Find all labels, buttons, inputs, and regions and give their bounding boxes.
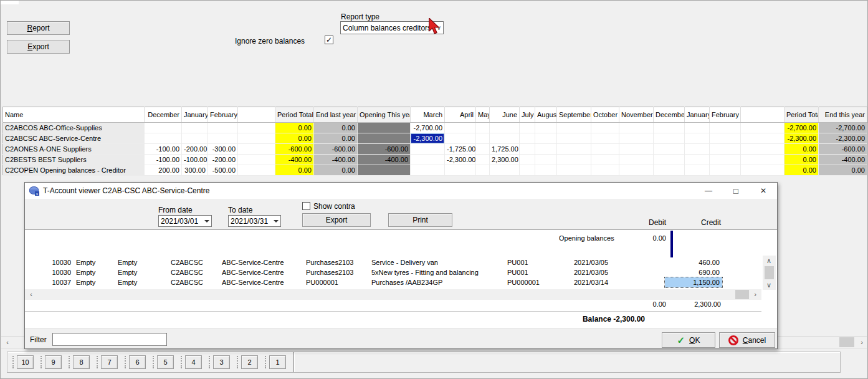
value-cell[interactable] [710, 133, 741, 144]
end-last-year-cell[interactable]: 0.00 [314, 165, 358, 176]
credit-cell[interactable]: 460.00 [665, 257, 722, 267]
pager-button-4[interactable]: 4 [185, 355, 202, 369]
value-cell[interactable] [490, 165, 520, 176]
account-name-cell[interactable]: C2AONES A-ONE Suppliers [3, 144, 145, 155]
scroll-right-icon[interactable]: › [750, 289, 760, 299]
value-cell[interactable] [238, 123, 275, 133]
value-cell[interactable] [654, 144, 685, 155]
opening-this-year-cell[interactable] [358, 165, 411, 176]
value-cell[interactable] [619, 133, 654, 144]
account-name-cell[interactable]: C2COPEN Opening balances - Creditor [3, 165, 145, 176]
period-total-cell[interactable]: -600.00 [275, 144, 314, 155]
cell[interactable]: C2ABCSC [168, 257, 219, 267]
dialog-horizontal-scrollbar[interactable]: ‹ › [25, 289, 761, 300]
value-cell[interactable]: -100.00 [182, 155, 208, 165]
drag-grip-icon[interactable] [12, 356, 14, 368]
end-last-year-cell[interactable]: 0.00 [314, 133, 358, 144]
value-cell[interactable] [182, 123, 208, 133]
drag-grip-icon[interactable] [41, 356, 42, 368]
drag-grip-icon[interactable] [69, 356, 70, 368]
cell[interactable]: Purchases2103 [303, 267, 369, 277]
debit-cell[interactable] [641, 277, 665, 287]
value-cell[interactable]: -300.00 [208, 144, 238, 155]
pager-button-6[interactable]: 6 [129, 355, 146, 369]
account-cell[interactable]: 10037 [26, 277, 74, 287]
value-cell[interactable]: 300.00 [182, 165, 208, 176]
account-cell[interactable]: 10030 [26, 267, 74, 277]
ok-button[interactable]: ✓ OK [662, 332, 715, 348]
pager-button-5[interactable]: 5 [157, 355, 174, 369]
end-this-year-cell[interactable]: -2,700.00 [819, 123, 867, 133]
filter-input[interactable] [52, 333, 167, 346]
value-cell[interactable] [445, 123, 476, 133]
scroll-right-icon[interactable]: › [857, 337, 867, 347]
from-date-select[interactable]: 2021/03/01 [158, 215, 212, 227]
period-total-cell[interactable]: 0.00 [275, 165, 314, 176]
value-cell[interactable]: 2,300.00 [490, 155, 520, 165]
end-this-year-cell[interactable]: -2,300.00 [819, 133, 867, 144]
opening-this-year-cell[interactable] [358, 133, 411, 144]
value-cell[interactable] [591, 123, 619, 133]
value-cell[interactable] [535, 133, 557, 144]
reference-cell[interactable]: PU001 [505, 257, 571, 267]
value-cell[interactable] [654, 133, 685, 144]
value-cell[interactable] [411, 155, 445, 165]
drag-grip-icon[interactable] [237, 356, 238, 368]
debit-cell[interactable] [641, 257, 665, 267]
value-cell[interactable] [238, 155, 275, 165]
period-total-cell[interactable]: -2,700.00 [785, 123, 819, 133]
value-cell[interactable] [619, 123, 654, 133]
minimize-icon[interactable]: — [695, 183, 722, 199]
scroll-left-icon[interactable]: ‹ [26, 289, 36, 299]
cell[interactable]: Empty [115, 267, 168, 277]
cancel-button[interactable]: Cancel [719, 332, 775, 348]
date-cell[interactable]: 2021/03/05 [571, 267, 641, 277]
maximize-icon[interactable]: □ [722, 183, 750, 199]
value-cell[interactable]: 200.00 [145, 165, 182, 176]
scroll-down-icon[interactable]: ∨ [764, 280, 774, 290]
value-cell[interactable] [741, 144, 785, 155]
value-cell[interactable] [145, 123, 182, 133]
end-last-year-cell[interactable]: -600.00 [314, 144, 358, 155]
cell[interactable]: Empty [115, 277, 168, 287]
selected-value-cell[interactable]: -2,300.00 [411, 133, 445, 144]
ignore-zero-balances-checkbox[interactable]: ✓ [325, 36, 333, 44]
description-cell[interactable]: Purchases /AAB234GP [369, 277, 505, 287]
value-cell[interactable] [411, 144, 445, 155]
account-name-cell[interactable]: C2ABCOS ABC-Office-Supplies [3, 123, 145, 133]
pager-button-8[interactable]: 8 [73, 355, 90, 369]
account-name-cell[interactable]: C2BESTS BEST Suppliers [3, 155, 145, 165]
export-button[interactable]: Export [7, 40, 70, 54]
end-last-year-cell[interactable]: -400.00 [314, 155, 358, 165]
dialog-titlebar[interactable]: s T-Account viewer C2AB-CSC ABC-Service-… [25, 183, 777, 199]
opening-this-year-cell[interactable] [358, 123, 411, 133]
value-cell[interactable] [685, 123, 710, 133]
description-cell[interactable]: 5xNew tyres - Fitting and balancing [369, 267, 505, 277]
value-cell[interactable] [557, 133, 591, 144]
value-cell[interactable] [591, 133, 619, 144]
value-cell[interactable] [619, 155, 654, 165]
cell[interactable]: ABC-Service-Centre [219, 277, 303, 287]
value-cell[interactable] [208, 123, 238, 133]
debit-cell[interactable] [641, 267, 665, 277]
value-cell[interactable] [591, 165, 619, 176]
value-cell[interactable] [619, 165, 654, 176]
end-this-year-cell[interactable]: 0.00 [819, 165, 867, 176]
drag-grip-icon[interactable] [209, 356, 210, 368]
value-cell[interactable]: -100.00 [145, 144, 182, 155]
value-cell[interactable] [238, 144, 275, 155]
period-total-cell[interactable]: -2,300.00 [785, 133, 819, 144]
cell[interactable]: Empty [74, 277, 115, 287]
value-cell[interactable]: -1,725.00 [445, 144, 476, 155]
pager-button-2[interactable]: 2 [241, 355, 258, 369]
value-cell[interactable] [591, 155, 619, 165]
pager-button-10[interactable]: 10 [17, 355, 34, 369]
cell[interactable]: C2ABCSC [168, 267, 219, 277]
drag-grip-icon[interactable] [125, 356, 126, 368]
value-cell[interactable] [476, 133, 490, 144]
value-cell[interactable] [619, 144, 654, 155]
pager-button-1[interactable]: 1 [269, 355, 286, 369]
description-cell[interactable]: Service - Delivery van [369, 257, 505, 267]
value-cell[interactable]: -2,300.00 [445, 155, 476, 165]
value-cell[interactable] [741, 133, 785, 144]
